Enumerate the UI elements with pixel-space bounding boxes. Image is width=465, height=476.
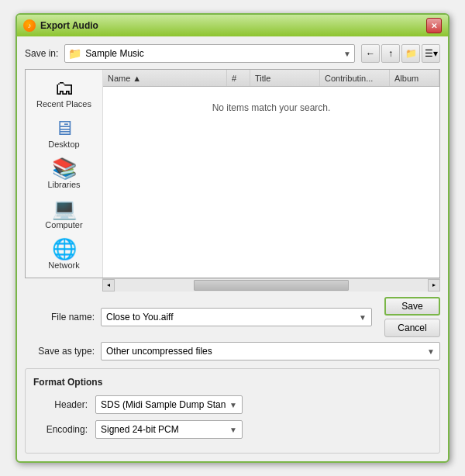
- scroll-thumb[interactable]: [194, 280, 349, 291]
- sidebar-label-libraries: Libraries: [47, 180, 80, 189]
- title-bar: ♪ Export Audio ✕: [17, 15, 448, 36]
- scroll-left-button[interactable]: ◂: [102, 279, 115, 291]
- header-row: Header: SDS (Midi Sample Dump Stan ▼: [33, 395, 432, 414]
- back-icon: ←: [366, 48, 375, 59]
- toolbar-icons: ← ↑ 📁 ☰▾: [361, 44, 440, 63]
- new-folder-icon: 📁: [405, 48, 417, 59]
- network-icon: 🌐: [52, 239, 77, 259]
- encoding-combo[interactable]: Signed 24-bit PCM ▼: [95, 420, 243, 439]
- action-buttons: Save Cancel: [384, 297, 440, 337]
- view-icon: ☰▾: [425, 48, 438, 59]
- sidebar-label-desktop: Desktop: [48, 140, 79, 149]
- dialog-body: Save in: 📁 Sample Music ▼ ← ↑ 📁 ☰▾: [17, 36, 448, 461]
- title-bar-left: ♪ Export Audio: [23, 19, 98, 32]
- main-area: 🗂 Recent Places 🖥 Desktop 📚 Libraries 💻 …: [25, 69, 440, 278]
- save-in-label: Save in:: [25, 48, 58, 59]
- sidebar-label-network: Network: [48, 260, 79, 270]
- sidebar-label-computer: Computer: [45, 220, 82, 229]
- filename-row: File name: Close to You.aiff ▼ Save Canc…: [25, 297, 440, 337]
- up-icon: ↑: [388, 48, 393, 59]
- up-button[interactable]: ↑: [381, 44, 400, 63]
- libraries-icon: 📚: [52, 158, 77, 178]
- column-header-name[interactable]: Name ▲: [103, 70, 227, 86]
- filename-label: File name:: [25, 312, 95, 323]
- encoding-value: Signed 24-bit PCM: [101, 424, 229, 435]
- app-icon: ♪: [23, 19, 36, 32]
- sidebar-label-recent-places: Recent Places: [36, 99, 91, 109]
- sort-icon: ▲: [133, 74, 141, 83]
- filename-value: Close to You.aiff: [106, 312, 359, 323]
- h-scrollbar[interactable]: ◂ ▸: [102, 278, 440, 291]
- dialog-title: Export Audio: [40, 20, 98, 31]
- cancel-button[interactable]: Cancel: [384, 319, 440, 337]
- save-in-value: Sample Music: [85, 48, 339, 59]
- format-options-title: Format Options: [33, 377, 432, 388]
- sidebar-item-recent-places[interactable]: 🗂 Recent Places: [29, 74, 99, 112]
- save-in-combo[interactable]: 📁 Sample Music ▼: [64, 44, 355, 63]
- computer-icon: 💻: [52, 198, 77, 219]
- encoding-row: Encoding: Signed 24-bit PCM ▼: [33, 420, 432, 439]
- save-button[interactable]: Save: [384, 297, 440, 316]
- savetype-value: Other uncompressed files: [106, 346, 427, 357]
- save-in-row: Save in: 📁 Sample Music ▼ ← ↑ 📁 ☰▾: [25, 44, 440, 63]
- desktop-icon: 🖥: [54, 118, 74, 138]
- sidebar-item-desktop[interactable]: 🖥 Desktop: [29, 115, 99, 152]
- sidebar-item-libraries[interactable]: 📚 Libraries: [29, 155, 99, 192]
- header-combo-arrow-icon: ▼: [229, 401, 237, 409]
- filename-combo[interactable]: Close to You.aiff ▼: [101, 308, 372, 326]
- export-audio-dialog: ♪ Export Audio ✕ Save in: 📁 Sample Music…: [16, 13, 450, 463]
- scroll-right-button[interactable]: ▸: [428, 279, 440, 291]
- savetype-label: Save as type:: [25, 346, 95, 357]
- column-header-title[interactable]: Title: [250, 70, 320, 86]
- header-combo[interactable]: SDS (Midi Sample Dump Stan ▼: [95, 395, 243, 414]
- new-folder-button[interactable]: 📁: [401, 44, 420, 63]
- recent-places-icon: 🗂: [54, 78, 74, 98]
- encoding-combo-arrow-icon: ▼: [229, 426, 237, 434]
- column-header-contributing[interactable]: Contributin...: [320, 70, 390, 86]
- combo-arrow-icon: ▼: [343, 50, 351, 58]
- encoding-label: Encoding:: [33, 424, 88, 435]
- empty-message: No items match your search.: [103, 87, 439, 129]
- header-label: Header:: [33, 399, 88, 410]
- savetype-combo[interactable]: Other uncompressed files ▼: [101, 342, 440, 360]
- savetype-combo-arrow-icon: ▼: [427, 347, 435, 356]
- close-button[interactable]: ✕: [426, 18, 442, 33]
- sidebar-item-computer[interactable]: 💻 Computer: [29, 195, 99, 233]
- column-header-num[interactable]: #: [227, 70, 250, 86]
- sidebar: 🗂 Recent Places 🖥 Desktop 📚 Libraries 💻 …: [26, 70, 103, 278]
- view-button[interactable]: ☰▾: [422, 44, 440, 63]
- format-options-section: Format Options Header: SDS (Midi Sample …: [25, 368, 440, 454]
- bottom-fields: File name: Close to You.aiff ▼ Save Canc…: [25, 297, 440, 360]
- back-button[interactable]: ←: [361, 44, 380, 63]
- header-value: SDS (Midi Sample Dump Stan: [101, 399, 229, 410]
- sidebar-item-network[interactable]: 🌐 Network: [29, 236, 99, 273]
- filename-combo-arrow-icon: ▼: [359, 313, 367, 322]
- scroll-track[interactable]: [115, 279, 428, 291]
- savetype-row: Save as type: Other uncompressed files ▼: [25, 342, 440, 360]
- folder-icon: 📁: [68, 47, 81, 60]
- file-list-header: Name ▲ # Title Contributin... Album: [103, 70, 439, 87]
- column-header-album[interactable]: Album: [390, 70, 439, 86]
- file-list: Name ▲ # Title Contributin... Album: [103, 70, 439, 278]
